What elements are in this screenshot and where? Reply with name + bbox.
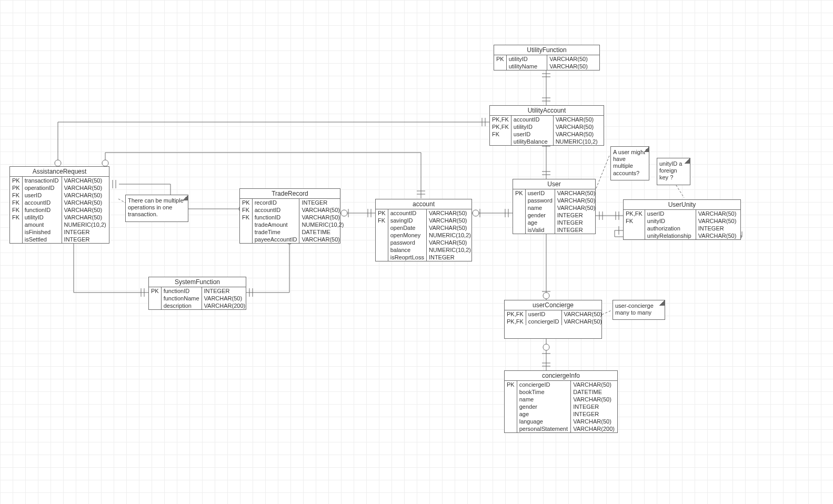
key-indicator: PK: [376, 209, 388, 217]
field-type: VARCHAR(50): [426, 224, 473, 231]
field-name: isSettled: [22, 236, 62, 243]
field-name: authorization: [645, 225, 696, 232]
field-type: DATETIME: [299, 228, 346, 236]
field-type: VARCHAR(50): [553, 116, 604, 123]
entity-concierge-info[interactable]: conciergeInfo PKconciergeIDVARCHAR(50)bo…: [504, 370, 618, 433]
note-transaction[interactable]: There can be multiple operations in one …: [125, 195, 188, 222]
field-type: VARCHAR(50): [426, 239, 473, 246]
field-type: VARCHAR(50): [696, 232, 740, 239]
field-row: passwordVARCHAR(50): [376, 239, 473, 246]
key-indicator: [505, 410, 517, 418]
field-type: VARCHAR(200): [202, 302, 247, 309]
field-name: utilityName: [506, 63, 547, 70]
note-many-to-many[interactable]: user-concierge many to many: [613, 300, 665, 320]
entity-user-concierge[interactable]: userConcierge PK,FKuserIDVARCHAR(50)PK,F…: [504, 300, 602, 339]
entity-user[interactable]: User PKuserIDVARCHAR(50)passwordVARCHAR(…: [513, 179, 596, 234]
entity-trade-record[interactable]: TradeRecord PKrecordIDINTEGERFKaccountID…: [239, 188, 340, 244]
field-type: INTEGER: [555, 219, 597, 226]
entity-utility-function[interactable]: UtilityFunction PKutilityIDVARCHAR(50)ut…: [494, 45, 600, 70]
note-unity-fk[interactable]: unityID a foreign key ?: [657, 158, 690, 185]
key-indicator: PK: [10, 177, 22, 184]
field-row: isReoprtLossINTEGER: [376, 254, 473, 261]
field-name: name: [517, 396, 571, 403]
entity-title: User: [513, 179, 595, 189]
field-name: isValid: [525, 226, 555, 234]
key-indicator: [513, 197, 525, 204]
field-row: balanceNUMERIC(10,2): [376, 246, 473, 254]
field-row: functionNameVARCHAR(50): [149, 295, 247, 302]
field-row: PKuserIDVARCHAR(50): [513, 189, 597, 197]
key-indicator: [10, 236, 22, 243]
field-name: userID: [525, 189, 555, 197]
field-type: INTEGER: [62, 236, 109, 243]
field-name: age: [525, 219, 555, 226]
entity-title: UtilityFunction: [494, 45, 599, 55]
field-row: descriptionVARCHAR(200): [149, 302, 247, 309]
field-type: INTEGER: [696, 225, 740, 232]
key-indicator: PK: [513, 189, 525, 197]
key-indicator: FK: [240, 206, 252, 214]
entity-fields: PK,FKaccountIDVARCHAR(50)PK,FKutilityIDV…: [490, 116, 604, 145]
key-indicator: [513, 204, 525, 211]
key-indicator: FK: [240, 214, 252, 221]
field-row: PKaccountIDVARCHAR(50): [376, 209, 473, 217]
field-type: VARCHAR(50): [571, 381, 617, 388]
key-indicator: FK: [376, 217, 388, 224]
field-name: personalStatement: [517, 425, 571, 432]
svg-point-42: [543, 293, 549, 299]
field-type: NUMERIC(10,2): [62, 221, 109, 228]
field-type: INTEGER: [555, 226, 597, 234]
entity-fields: PKutilityIDVARCHAR(50)utilityNameVARCHAR…: [494, 55, 599, 70]
entity-utility-account[interactable]: UtilityAccount PK,FKaccountIDVARCHAR(50)…: [489, 105, 604, 146]
field-name: userID: [645, 210, 696, 217]
field-type: VARCHAR(50): [299, 206, 346, 214]
key-indicator: [505, 403, 517, 410]
key-indicator: [10, 228, 22, 236]
field-type: INTEGER: [555, 211, 597, 219]
key-indicator: [624, 232, 645, 239]
field-type: NUMERIC(10,2): [299, 221, 346, 228]
field-name: accountID: [511, 116, 553, 123]
key-indicator: PK: [505, 381, 517, 388]
field-name: balance: [388, 246, 426, 254]
field-type: VARCHAR(50): [555, 197, 597, 204]
field-row: PKconciergeIDVARCHAR(50): [505, 381, 617, 388]
key-indicator: [505, 396, 517, 403]
field-row: unityRelationshipVARCHAR(50): [624, 232, 740, 239]
entity-title: account: [376, 199, 471, 209]
key-indicator: [240, 228, 252, 236]
entity-fields: PKaccountIDVARCHAR(50)FKsavingIDVARCHAR(…: [376, 209, 473, 261]
field-name: accountID: [388, 209, 426, 217]
field-name: functionID: [252, 214, 299, 221]
field-row: tradeTimeDATETIME: [240, 228, 346, 236]
note-user-accounts[interactable]: A user might have multiple accounts?: [610, 146, 649, 180]
entity-assistance-request[interactable]: AssistanceRequest PKtransactionIDVARCHAR…: [9, 166, 109, 244]
entity-fields: PKrecordIDINTEGERFKaccountIDVARCHAR(50)F…: [240, 199, 346, 243]
field-type: INTEGER: [426, 254, 473, 261]
field-row: PK,FKuserIDVARCHAR(50): [624, 210, 740, 217]
key-indicator: PK,FK: [505, 318, 526, 325]
key-indicator: [513, 219, 525, 226]
field-type: NUMERIC(10,2): [553, 138, 604, 145]
erd-canvas[interactable]: { "entities":{ "utilityFunction":{"title…: [0, 0, 833, 504]
field-type: VARCHAR(50): [547, 55, 599, 63]
entity-title: conciergeInfo: [505, 371, 617, 381]
field-type: VARCHAR(50): [555, 204, 597, 211]
field-type: INTEGER: [299, 199, 346, 206]
entity-system-function[interactable]: SystemFunction PKfunctionIDINTEGERfuncti…: [148, 277, 246, 310]
field-type: NUMERIC(10,2): [426, 246, 473, 254]
field-row: ageINTEGER: [505, 410, 617, 418]
key-indicator: FK: [624, 217, 645, 225]
field-row: FKuserIDVARCHAR(50): [490, 130, 604, 138]
field-row: PK,FKconciergeIDVARCHAR(50): [505, 318, 604, 325]
entity-account[interactable]: account PKaccountIDVARCHAR(50)FKsavingID…: [375, 199, 472, 261]
field-name: password: [388, 239, 426, 246]
field-type: VARCHAR(50): [547, 63, 599, 70]
field-name: gender: [517, 403, 571, 410]
field-name: openDate: [388, 224, 426, 231]
key-indicator: [494, 63, 506, 70]
entity-title: UtilityAccount: [490, 106, 604, 116]
field-name: userID: [511, 130, 553, 138]
svg-point-27: [102, 160, 108, 166]
entity-user-unity[interactable]: UserUnity PK,FKuserIDVARCHAR(50)FKunityI…: [623, 199, 741, 240]
